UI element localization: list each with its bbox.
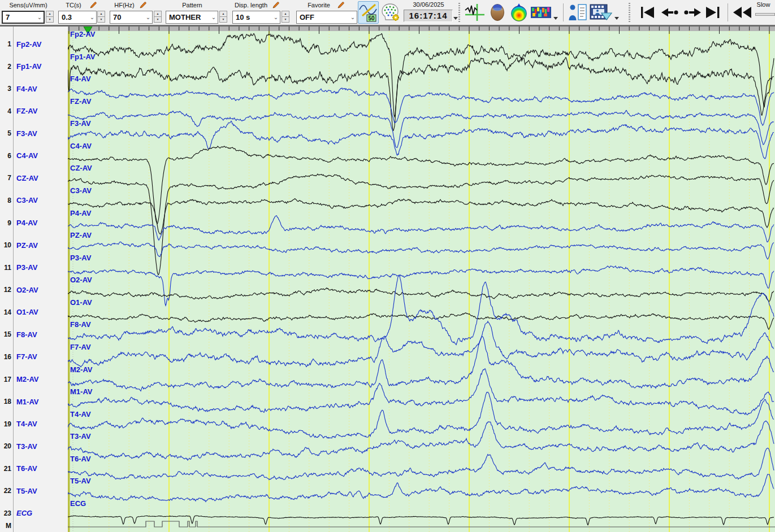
fast-rewind-button[interactable]	[731, 2, 753, 23]
sidebar-channel-row[interactable]: 12O2-AV	[0, 282, 68, 298]
head-map-3d-button[interactable]	[487, 2, 508, 23]
hf-spinner[interactable]: ▲ ▼	[154, 11, 162, 24]
sidebar-channel-row[interactable]: 6C4-AV	[0, 148, 68, 164]
trace-channel-label: F3-AV	[70, 119, 91, 128]
speed-slow-label: Slow	[752, 1, 775, 8]
topography-map-button[interactable]	[508, 2, 529, 23]
more-tools-arrow[interactable]	[614, 17, 619, 20]
skip-to-end-button[interactable]	[703, 2, 722, 23]
sidebar-channel-row[interactable]: 15F8-AV	[0, 326, 68, 342]
toolbar-separator	[563, 3, 564, 21]
spin-down-button[interactable]: ▼	[154, 16, 162, 23]
eeg-trace-area[interactable]: Fp2-AVFp1-AVF4-AVFZ-AVF3-AVC4-AVCZ-AVC3-…	[68, 27, 775, 532]
eeg-trace-canvas[interactable]	[68, 27, 775, 532]
sidebar-channel-row[interactable]: 16F7-AV	[0, 349, 68, 365]
channel-number: 3	[0, 85, 11, 93]
spin-down-button[interactable]: ▼	[97, 16, 105, 23]
trace-channel-label: T4-AV	[70, 410, 91, 418]
sidebar-channel-row[interactable]: 17M2-AV	[0, 372, 68, 387]
chevron-down-icon: ⌄	[210, 14, 218, 20]
sidebar-channel-row[interactable]: 3F4-AV	[0, 81, 68, 97]
pattern-spinner[interactable]: ▲ ▼	[219, 11, 227, 24]
channel-label: CZ-AV	[16, 174, 38, 182]
channel-number: 8	[0, 197, 11, 204]
step-back-button[interactable]	[659, 2, 681, 23]
sidebar-channel-row[interactable]: 8C3-AV	[0, 193, 68, 208]
spin-down-button[interactable]: ▼	[282, 16, 289, 23]
pattern-combobox[interactable]: MOTHER ⌄	[166, 11, 218, 24]
skip-to-start-button[interactable]	[638, 2, 657, 23]
step-forward-button[interactable]	[682, 2, 703, 23]
spin-down-button[interactable]: ▼	[46, 16, 54, 23]
channel-label: Fp1-AV	[16, 62, 42, 71]
disp-length-spinner[interactable]: ▲ ▼	[282, 11, 289, 24]
trace-channel-label: P4-AV	[70, 209, 91, 217]
pattern-label: Pattern	[170, 2, 215, 8]
toolbar-gripper[interactable]	[629, 3, 630, 22]
sidebar-channel-row[interactable]: 21T6-AV	[0, 461, 68, 477]
trace-channel-label: M1-AV	[70, 387, 92, 396]
montage-settings-button[interactable]	[380, 2, 401, 23]
notch-filter-button[interactable]: 50	[358, 1, 379, 24]
sens-spinner[interactable]: ▲ ▼	[46, 11, 54, 24]
edit-pencil-icon[interactable]	[139, 1, 147, 9]
montage-head-gear-icon	[380, 2, 401, 23]
channel-number: 16	[0, 353, 11, 361]
channel-number: 21	[0, 465, 11, 473]
edit-pencil-icon[interactable]	[272, 1, 280, 9]
topography-map-icon	[510, 3, 528, 22]
svg-text:50: 50	[368, 15, 375, 21]
disp-length-combobox[interactable]: 10 s ⌄	[232, 11, 280, 24]
channel-number: 22	[0, 487, 11, 495]
channel-label: F8-AV	[16, 330, 37, 339]
sens-combobox[interactable]: 7 ⌄	[2, 11, 45, 24]
favorite-combobox[interactable]: OFF ⌄	[296, 11, 357, 24]
trace-channel-label: F8-AV	[70, 320, 91, 329]
speed-slider[interactable]	[755, 13, 775, 16]
sidebar-channel-row[interactable]: 18M1-AV	[0, 394, 68, 409]
video-review-button[interactable]	[588, 2, 613, 23]
channel-number: 11	[0, 264, 11, 272]
favorite-label: Favorite	[303, 2, 335, 8]
edit-pencil-icon[interactable]	[337, 1, 345, 9]
sidebar-channel-row[interactable]: 20T3-AV	[0, 438, 68, 454]
fast-rewind-icon	[732, 5, 752, 20]
more-maps-arrow[interactable]	[553, 17, 558, 20]
channel-label: T3-AV	[16, 442, 37, 451]
sidebar-channel-row[interactable]: 14O1-AV	[0, 304, 68, 320]
event-waveform-icon	[464, 3, 486, 22]
channel-label: F4-AV	[16, 85, 37, 93]
more-options-arrow[interactable]	[453, 17, 458, 20]
tc-spinner[interactable]: ▲ ▼	[97, 11, 105, 24]
sidebar-channel-row[interactable]: 5F3-AV	[0, 125, 68, 141]
sidebar-channel-row[interactable]: 11P3-AV	[0, 260, 68, 276]
skip-to-start-icon	[639, 5, 656, 20]
trace-channel-label: CZ-AV	[70, 164, 92, 172]
hf-combobox[interactable]: 70 ⌄	[110, 11, 153, 24]
notch-filter-icon: 50	[359, 2, 378, 23]
channel-number: 15	[0, 330, 11, 338]
sidebar-channel-row[interactable]: 22T5-AV	[0, 483, 68, 499]
sidebar-channel-row[interactable]: 1Fp2-AV	[0, 36, 68, 52]
tc-combobox[interactable]: 0.3 ⌄	[58, 11, 97, 24]
hf-label: HF(Hz)	[111, 2, 138, 8]
trace-channel-label: Fp2-AV	[70, 30, 96, 38]
sidebar-channel-row[interactable]: 10PZ-AV	[0, 237, 68, 253]
patient-info-button[interactable]	[567, 2, 588, 23]
sidebar-channel-row[interactable]: 19T4-AV	[0, 416, 68, 432]
video-review-icon	[589, 3, 613, 21]
spin-down-button[interactable]: ▼	[219, 16, 227, 23]
channel-label: O1-AV	[16, 308, 38, 316]
sidebar-channel-row[interactable]: 9P4-AV	[0, 215, 68, 231]
channel-sidebar: 1Fp2-AV2Fp1-AV3F4-AV4FZ-AV5F3-AV6C4-AV7C…	[0, 27, 68, 532]
sidebar-channel-row[interactable]: 4FZ-AV	[0, 103, 68, 119]
event-marker-button[interactable]	[464, 2, 486, 23]
sidebar-channel-row[interactable]: 2Fp1-AV	[0, 59, 68, 75]
trace-channel-label: P3-AV	[70, 254, 91, 262]
toolbar-gripper[interactable]	[458, 3, 460, 22]
sidebar-channel-row[interactable]: 7CZ-AV	[0, 170, 68, 186]
time-display[interactable]: 16:17:14	[404, 10, 453, 22]
spectrogram-button[interactable]	[530, 2, 552, 23]
edit-pencil-icon[interactable]	[89, 1, 97, 9]
channel-number: 4	[0, 107, 11, 115]
